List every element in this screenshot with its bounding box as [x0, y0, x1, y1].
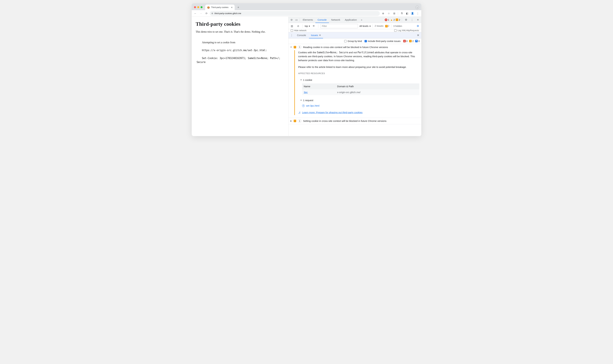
issue-description: Cookies with the SameSite=None; Secure a… — [298, 51, 419, 62]
inspect-element-icon[interactable]: ⯐ — [289, 17, 294, 22]
issue-severity-icon: ! — [294, 120, 296, 122]
issues-badge[interactable]: !2 — [396, 19, 400, 21]
address-bar[interactable]: ⚙ third-party-cookies.glitch.me — [210, 11, 380, 16]
site-settings-icon[interactable]: ⚙ — [211, 12, 213, 14]
devtools-close-icon[interactable]: ✕ — [415, 17, 420, 22]
drawer-tab-bar: ⋮ Console Issues ✕ ✕ — [288, 32, 421, 38]
tab-elements[interactable]: Elements — [300, 17, 315, 23]
cookie-name-link[interactable]: 3pc — [302, 89, 336, 95]
page-log: Attempting to set a cookie from https://… — [196, 37, 284, 68]
tab-close-icon[interactable]: ✕ — [231, 6, 233, 9]
console-filter-input[interactable]: Filter — [320, 24, 358, 28]
request-icon: ⇅ — [302, 104, 305, 107]
more-tabs-icon[interactable]: » — [359, 17, 364, 22]
requests-group[interactable]: ▼1 request — [300, 98, 419, 102]
issue-counters: ✕0 !2 ❝0 — [403, 40, 420, 42]
cookies-group[interactable]: ▼1 cookie — [300, 78, 419, 82]
console-settings-peek: Hide network Log XMLHttpRequests — [288, 29, 421, 32]
devtools-tab-bar: ⯐ ▭ Elements Console Network Application… — [288, 17, 421, 23]
console-sidebar-toggle-icon[interactable]: ▥ — [289, 24, 294, 28]
issue-header[interactable]: ▼ ! 1 Reading cookie in cross-site conte… — [288, 44, 421, 50]
issue-title: Reading cookie in cross-site context wil… — [303, 46, 388, 49]
devtools-settings-icon[interactable]: ⚙ — [404, 17, 408, 22]
profile-avatar[interactable]: 👤 — [410, 12, 414, 15]
close-window-icon[interactable] — [194, 6, 196, 8]
toolbar: ← → ⟳ ⚙ third-party-cookies.glitch.me ⊕ … — [192, 10, 421, 17]
warning-count[interactable]: ▲2 — [390, 19, 395, 21]
learn-more-link[interactable]: ↗ Learn more: Prepare for phasing out th… — [298, 111, 419, 114]
issues-list: ▼ ! 1 Reading cookie in cross-site conte… — [288, 44, 421, 136]
page-viewport: Third-party cookies This demo tries to s… — [192, 17, 288, 136]
devtools-panel: ⯐ ▭ Elements Console Network Application… — [288, 17, 421, 136]
drawer-close-icon[interactable]: ✕ — [416, 33, 421, 37]
issue-body: Cookies with the SameSite=None; Secure a… — [294, 50, 419, 115]
zoom-icon[interactable]: ⊕ — [381, 11, 385, 16]
forward-button[interactable]: → — [199, 11, 203, 16]
issues-toolbar: Group by kind ✓Include third-party cooki… — [288, 38, 421, 44]
log-levels-dropdown[interactable]: All levels▾ — [359, 24, 370, 28]
close-drawer-tab-icon[interactable]: ✕ — [319, 34, 321, 37]
tab-title: Third-party cookies — [211, 6, 228, 9]
issue-item: ▼ ! 1 Reading cookie in cross-site conte… — [288, 44, 421, 118]
browser-menu-icon[interactable]: ⋮ — [415, 11, 420, 16]
cookies-th-name: Name — [302, 83, 336, 89]
execution-context-dropdown[interactable]: top▾ — [305, 24, 310, 28]
external-link-icon: ↗ — [298, 111, 301, 114]
tab-console[interactable]: Console — [315, 17, 329, 23]
tab-search-button[interactable]: ⌄ — [415, 6, 419, 9]
group-by-kind-checkbox[interactable]: Group by kind — [344, 40, 362, 42]
disclosure-triangle-icon[interactable]: ▼ — [290, 46, 292, 48]
include-3p-checkbox[interactable]: ✓Include third-party cookie issues — [365, 40, 401, 42]
reload-button[interactable]: ⟳ — [204, 11, 209, 16]
cookies-th-domain: Domain & Path — [336, 83, 419, 89]
console-toolbar: ▥ ⊘ top▾ 👁 Filter All levels▾ 2 Issues: … — [288, 23, 421, 29]
zoom-window-icon[interactable] — [201, 6, 203, 8]
drawer-tab-console[interactable]: Console — [295, 32, 308, 38]
issue-title: Setting cookie in cross-site context wil… — [303, 119, 387, 122]
back-button[interactable]: ← — [193, 11, 198, 16]
issue-count-badge: 1 — [298, 46, 301, 49]
issue-severity-icon: ! — [294, 46, 296, 48]
url-text: third-party-cookies.glitch.me — [214, 12, 241, 14]
drawer-menu-icon[interactable]: ⋮ — [289, 33, 294, 38]
hidden-messages[interactable]: 3 hidden — [393, 25, 402, 27]
disclosure-triangle-icon[interactable]: ▶ — [290, 120, 292, 122]
page-intro: This demo tries to set one. That's it. T… — [196, 30, 284, 34]
error-count[interactable]: ✕1 — [385, 19, 389, 21]
extensions-icon[interactable]: ⊞ — [392, 11, 397, 16]
device-toolbar-icon[interactable]: ▭ — [294, 17, 299, 22]
devtools-menu-icon[interactable]: ⋮ — [409, 17, 414, 22]
minimize-window-icon[interactable] — [197, 6, 199, 8]
live-expression-icon[interactable]: 👁 — [311, 24, 316, 28]
tab-favicon-icon: 🍪 — [207, 6, 210, 9]
browser-window: 🍪 Third-party cookies ✕ + ⌄ ← → ⟳ ⚙ thir… — [192, 3, 421, 136]
issues-link[interactable]: 2 Issues: !2 — [375, 25, 389, 27]
issue-header[interactable]: ▶ ! 1 Setting cookie in cross-site conte… — [288, 118, 421, 124]
console-settings-icon[interactable]: ⚙ — [415, 24, 420, 28]
tab-strip: 🍪 Third-party cookies ✕ + ⌄ — [192, 3, 421, 10]
issue-description-2: Please refer to the article linked to le… — [298, 65, 419, 69]
sidepanel-icon[interactable]: ◧ — [405, 11, 409, 16]
request-link[interactable]: ⇅ set-3pc.html — [300, 104, 419, 108]
drawer-tab-issues[interactable]: Issues ✕ — [309, 32, 323, 38]
cookies-table: Name Domain & Path 3pc x-origin-src.glit… — [302, 83, 419, 95]
browser-tab[interactable]: 🍪 Third-party cookies ✕ — [205, 5, 235, 10]
page-heading: Third-party cookies — [196, 21, 284, 27]
new-tab-button[interactable]: + — [236, 5, 241, 10]
issue-count-badge: 1 — [298, 119, 301, 122]
issue-item: ▶ ! 1 Setting cookie in cross-site conte… — [288, 118, 421, 124]
cookie-domain-cell: x-origin-src.glitch.me/ — [336, 89, 419, 95]
clear-console-icon[interactable]: ⊘ — [296, 24, 300, 28]
window-controls[interactable] — [194, 6, 203, 8]
tab-application[interactable]: Application — [343, 17, 359, 23]
table-row: 3pc x-origin-src.glitch.me/ — [302, 89, 419, 95]
labs-icon[interactable]: ⚗ — [399, 11, 404, 16]
affected-resources-label: Affected Resources — [298, 72, 419, 75]
tab-network[interactable]: Network — [329, 17, 343, 23]
bookmark-icon[interactable]: ☆ — [386, 11, 391, 16]
